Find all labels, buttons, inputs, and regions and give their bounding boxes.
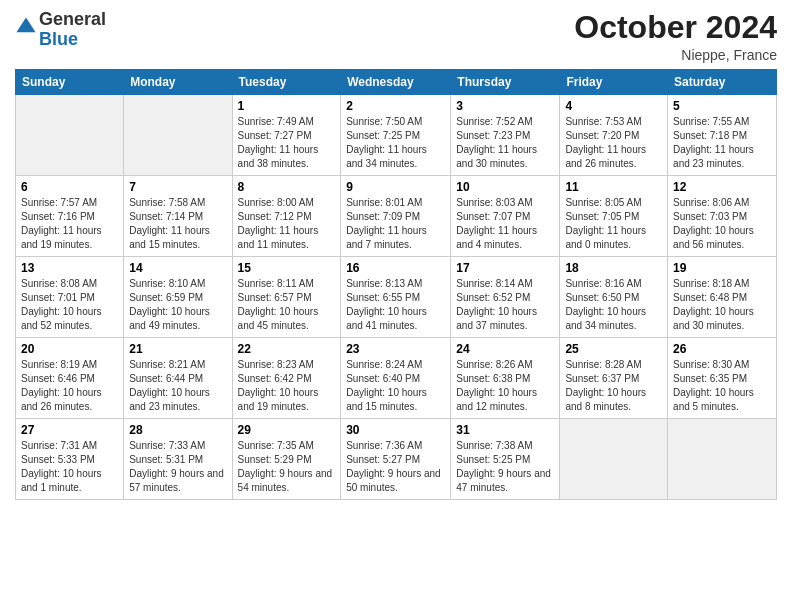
day-cell: 3Sunrise: 7:52 AM Sunset: 7:23 PM Daylig…	[451, 95, 560, 176]
day-cell	[16, 95, 124, 176]
day-number: 12	[673, 180, 771, 194]
day-number: 3	[456, 99, 554, 113]
day-cell	[560, 419, 668, 500]
day-number: 15	[238, 261, 336, 275]
day-info: Sunrise: 8:14 AM Sunset: 6:52 PM Dayligh…	[456, 277, 554, 333]
col-friday: Friday	[560, 70, 668, 95]
day-info: Sunrise: 8:01 AM Sunset: 7:09 PM Dayligh…	[346, 196, 445, 252]
day-cell: 2Sunrise: 7:50 AM Sunset: 7:25 PM Daylig…	[341, 95, 451, 176]
day-cell: 1Sunrise: 7:49 AM Sunset: 7:27 PM Daylig…	[232, 95, 341, 176]
day-cell: 5Sunrise: 7:55 AM Sunset: 7:18 PM Daylig…	[668, 95, 777, 176]
day-cell: 30Sunrise: 7:36 AM Sunset: 5:27 PM Dayli…	[341, 419, 451, 500]
day-info: Sunrise: 8:16 AM Sunset: 6:50 PM Dayligh…	[565, 277, 662, 333]
day-info: Sunrise: 8:05 AM Sunset: 7:05 PM Dayligh…	[565, 196, 662, 252]
day-info: Sunrise: 8:19 AM Sunset: 6:46 PM Dayligh…	[21, 358, 118, 414]
day-number: 1	[238, 99, 336, 113]
day-info: Sunrise: 8:18 AM Sunset: 6:48 PM Dayligh…	[673, 277, 771, 333]
day-cell: 19Sunrise: 8:18 AM Sunset: 6:48 PM Dayli…	[668, 257, 777, 338]
title-area: October 2024 Nieppe, France	[574, 10, 777, 63]
day-number: 30	[346, 423, 445, 437]
day-number: 18	[565, 261, 662, 275]
week-row-1: 1Sunrise: 7:49 AM Sunset: 7:27 PM Daylig…	[16, 95, 777, 176]
day-info: Sunrise: 8:10 AM Sunset: 6:59 PM Dayligh…	[129, 277, 226, 333]
day-cell: 27Sunrise: 7:31 AM Sunset: 5:33 PM Dayli…	[16, 419, 124, 500]
day-cell: 31Sunrise: 7:38 AM Sunset: 5:25 PM Dayli…	[451, 419, 560, 500]
day-info: Sunrise: 7:36 AM Sunset: 5:27 PM Dayligh…	[346, 439, 445, 495]
week-row-3: 13Sunrise: 8:08 AM Sunset: 7:01 PM Dayli…	[16, 257, 777, 338]
calendar-header-row: Sunday Monday Tuesday Wednesday Thursday…	[16, 70, 777, 95]
day-cell: 21Sunrise: 8:21 AM Sunset: 6:44 PM Dayli…	[124, 338, 232, 419]
month-title: October 2024	[574, 10, 777, 45]
day-info: Sunrise: 7:33 AM Sunset: 5:31 PM Dayligh…	[129, 439, 226, 495]
day-info: Sunrise: 7:58 AM Sunset: 7:14 PM Dayligh…	[129, 196, 226, 252]
day-cell: 14Sunrise: 8:10 AM Sunset: 6:59 PM Dayli…	[124, 257, 232, 338]
day-info: Sunrise: 8:13 AM Sunset: 6:55 PM Dayligh…	[346, 277, 445, 333]
day-number: 5	[673, 99, 771, 113]
day-number: 14	[129, 261, 226, 275]
day-number: 17	[456, 261, 554, 275]
day-info: Sunrise: 7:57 AM Sunset: 7:16 PM Dayligh…	[21, 196, 118, 252]
day-number: 23	[346, 342, 445, 356]
day-number: 20	[21, 342, 118, 356]
col-thursday: Thursday	[451, 70, 560, 95]
day-cell: 29Sunrise: 7:35 AM Sunset: 5:29 PM Dayli…	[232, 419, 341, 500]
day-cell: 4Sunrise: 7:53 AM Sunset: 7:20 PM Daylig…	[560, 95, 668, 176]
day-cell: 12Sunrise: 8:06 AM Sunset: 7:03 PM Dayli…	[668, 176, 777, 257]
col-wednesday: Wednesday	[341, 70, 451, 95]
day-cell	[124, 95, 232, 176]
day-cell: 23Sunrise: 8:24 AM Sunset: 6:40 PM Dayli…	[341, 338, 451, 419]
col-tuesday: Tuesday	[232, 70, 341, 95]
day-info: Sunrise: 7:50 AM Sunset: 7:25 PM Dayligh…	[346, 115, 445, 171]
day-info: Sunrise: 8:08 AM Sunset: 7:01 PM Dayligh…	[21, 277, 118, 333]
day-number: 13	[21, 261, 118, 275]
logo-general: General	[39, 9, 106, 29]
week-row-5: 27Sunrise: 7:31 AM Sunset: 5:33 PM Dayli…	[16, 419, 777, 500]
logo: General Blue	[15, 10, 106, 50]
day-info: Sunrise: 7:31 AM Sunset: 5:33 PM Dayligh…	[21, 439, 118, 495]
day-number: 28	[129, 423, 226, 437]
day-cell: 8Sunrise: 8:00 AM Sunset: 7:12 PM Daylig…	[232, 176, 341, 257]
day-info: Sunrise: 7:35 AM Sunset: 5:29 PM Dayligh…	[238, 439, 336, 495]
day-info: Sunrise: 8:28 AM Sunset: 6:37 PM Dayligh…	[565, 358, 662, 414]
day-cell: 26Sunrise: 8:30 AM Sunset: 6:35 PM Dayli…	[668, 338, 777, 419]
col-monday: Monday	[124, 70, 232, 95]
day-number: 22	[238, 342, 336, 356]
day-cell: 13Sunrise: 8:08 AM Sunset: 7:01 PM Dayli…	[16, 257, 124, 338]
day-number: 24	[456, 342, 554, 356]
day-number: 27	[21, 423, 118, 437]
day-number: 29	[238, 423, 336, 437]
day-number: 16	[346, 261, 445, 275]
day-cell: 15Sunrise: 8:11 AM Sunset: 6:57 PM Dayli…	[232, 257, 341, 338]
logo-blue: Blue	[39, 29, 78, 49]
day-number: 11	[565, 180, 662, 194]
day-number: 9	[346, 180, 445, 194]
day-info: Sunrise: 7:52 AM Sunset: 7:23 PM Dayligh…	[456, 115, 554, 171]
page: General Blue October 2024 Nieppe, France…	[0, 0, 792, 612]
day-cell: 10Sunrise: 8:03 AM Sunset: 7:07 PM Dayli…	[451, 176, 560, 257]
day-info: Sunrise: 7:53 AM Sunset: 7:20 PM Dayligh…	[565, 115, 662, 171]
logo-text: General Blue	[39, 10, 106, 50]
day-number: 26	[673, 342, 771, 356]
week-row-4: 20Sunrise: 8:19 AM Sunset: 6:46 PM Dayli…	[16, 338, 777, 419]
day-number: 7	[129, 180, 226, 194]
day-info: Sunrise: 8:11 AM Sunset: 6:57 PM Dayligh…	[238, 277, 336, 333]
day-number: 31	[456, 423, 554, 437]
day-number: 19	[673, 261, 771, 275]
day-info: Sunrise: 7:55 AM Sunset: 7:18 PM Dayligh…	[673, 115, 771, 171]
svg-marker-0	[16, 17, 35, 32]
day-cell: 11Sunrise: 8:05 AM Sunset: 7:05 PM Dayli…	[560, 176, 668, 257]
day-number: 10	[456, 180, 554, 194]
day-number: 4	[565, 99, 662, 113]
day-number: 2	[346, 99, 445, 113]
day-info: Sunrise: 8:21 AM Sunset: 6:44 PM Dayligh…	[129, 358, 226, 414]
day-info: Sunrise: 8:00 AM Sunset: 7:12 PM Dayligh…	[238, 196, 336, 252]
day-cell	[668, 419, 777, 500]
day-cell: 7Sunrise: 7:58 AM Sunset: 7:14 PM Daylig…	[124, 176, 232, 257]
day-cell: 25Sunrise: 8:28 AM Sunset: 6:37 PM Dayli…	[560, 338, 668, 419]
day-cell: 28Sunrise: 7:33 AM Sunset: 5:31 PM Dayli…	[124, 419, 232, 500]
day-info: Sunrise: 8:24 AM Sunset: 6:40 PM Dayligh…	[346, 358, 445, 414]
day-cell: 18Sunrise: 8:16 AM Sunset: 6:50 PM Dayli…	[560, 257, 668, 338]
day-cell: 16Sunrise: 8:13 AM Sunset: 6:55 PM Dayli…	[341, 257, 451, 338]
day-cell: 20Sunrise: 8:19 AM Sunset: 6:46 PM Dayli…	[16, 338, 124, 419]
day-info: Sunrise: 8:06 AM Sunset: 7:03 PM Dayligh…	[673, 196, 771, 252]
